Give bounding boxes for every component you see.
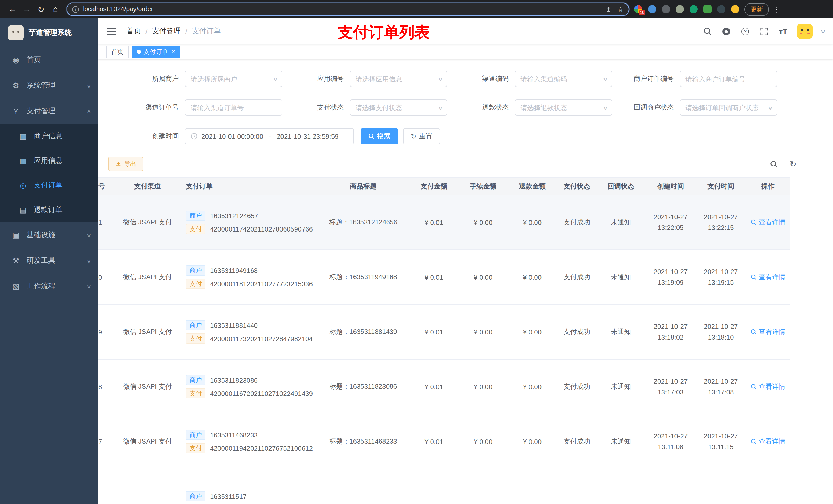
chevron-up-icon: ∧ bbox=[86, 108, 91, 114]
refund-doc-icon: ▤ bbox=[18, 206, 29, 214]
pay-status-select[interactable]: ∨ bbox=[350, 99, 447, 116]
view-detail-link[interactable]: 查看详情 bbox=[751, 218, 785, 227]
table-toolbar: 导出 ↻ bbox=[108, 157, 823, 171]
browser-update-button[interactable]: 更新 bbox=[744, 3, 769, 16]
sidebar-item-workflow[interactable]: ▧ 工作流程 ∨ bbox=[0, 273, 98, 299]
refund-status-select[interactable]: ∨ bbox=[515, 99, 612, 116]
filter-label: 回调商户状态 bbox=[626, 103, 680, 112]
chevron-down-icon: ∨ bbox=[767, 105, 773, 111]
channel-order-no-input[interactable] bbox=[191, 100, 269, 115]
browser-profile-avatar[interactable] bbox=[731, 5, 739, 13]
app-select-input[interactable] bbox=[356, 71, 434, 87]
channel-code-input[interactable] bbox=[521, 71, 599, 87]
extension-icon[interactable] bbox=[717, 5, 725, 13]
browser-menu-icon[interactable]: ⋮ bbox=[773, 5, 781, 13]
extension-icon[interactable] bbox=[662, 5, 670, 13]
extension-icon[interactable] bbox=[676, 5, 684, 13]
sidebar-item-merchant-info[interactable]: ▥ 商户信息 bbox=[0, 124, 98, 148]
close-icon[interactable]: × bbox=[172, 48, 175, 55]
merchant-order-no-input[interactable] bbox=[686, 71, 764, 87]
forward-icon[interactable]: → bbox=[20, 2, 34, 16]
table-row: 19 微信 JSAPI 支付 商户1635311881440 支付4200001… bbox=[98, 305, 790, 359]
reset-button[interactable]: ↻ 重置 bbox=[403, 128, 440, 144]
merchant-tag: 商户 bbox=[186, 375, 206, 385]
merchant-order-no-field[interactable] bbox=[680, 71, 777, 87]
col-pay-status: 支付状态 bbox=[557, 177, 597, 195]
extension-icon[interactable] bbox=[690, 5, 698, 13]
page-content: 所属商户 ∨ 应用编号 ∨ bbox=[98, 59, 833, 504]
tab-pay-order[interactable]: 支付订单 × bbox=[132, 45, 180, 58]
view-detail-link[interactable]: 查看详情 bbox=[751, 437, 785, 446]
tab-home[interactable]: 首页 bbox=[106, 45, 128, 58]
sidebar-item-system[interactable]: ⚙ 系统管理 ∨ bbox=[0, 73, 98, 98]
notify-status-select[interactable]: ∨ bbox=[680, 99, 777, 116]
home-icon[interactable]: ⌂ bbox=[48, 2, 63, 16]
pay-status-input[interactable] bbox=[356, 100, 434, 115]
col-channel: 支付渠道 bbox=[116, 177, 179, 195]
sidebar-logo: 芋道管理系统 bbox=[0, 19, 98, 47]
table-refresh-icon[interactable]: ↻ bbox=[789, 160, 797, 168]
app-grid-icon: ▦ bbox=[18, 157, 29, 165]
app-title: 芋道管理系统 bbox=[29, 28, 72, 38]
pay-order-icon: ◎ bbox=[18, 181, 29, 190]
sidebar-item-home[interactable]: ◉ 首页 bbox=[0, 47, 98, 73]
table-row: 17 微信 JSAPI 支付 商户1635311468233 支付4200001… bbox=[98, 414, 790, 469]
extension-icon[interactable]: 10 bbox=[634, 5, 642, 13]
url-text[interactable]: localhost:1024/pay/order bbox=[83, 6, 600, 13]
back-icon[interactable]: ← bbox=[5, 2, 20, 16]
reload-icon[interactable]: ↻ bbox=[34, 2, 48, 16]
merchant-select[interactable]: ∨ bbox=[185, 71, 282, 87]
table-search-icon[interactable] bbox=[769, 160, 778, 168]
fullscreen-icon[interactable] bbox=[759, 26, 769, 37]
channel-order-no-field[interactable] bbox=[185, 99, 282, 116]
col-pay-order: 支付订单 bbox=[179, 177, 317, 195]
breadcrumb-home[interactable]: 首页 bbox=[126, 27, 141, 36]
view-detail-link[interactable]: 查看详情 bbox=[751, 327, 785, 337]
merchant-select-input[interactable] bbox=[191, 71, 269, 87]
user-avatar[interactable] bbox=[797, 24, 812, 39]
col-notify-status: 回调状态 bbox=[597, 177, 645, 195]
hamburger-icon[interactable] bbox=[107, 31, 116, 32]
sidebar-item-app-info[interactable]: ▦ 应用信息 bbox=[0, 148, 98, 173]
date-start[interactable]: 2021-10-01 00:00:00 bbox=[201, 133, 263, 140]
yen-icon: ¥ bbox=[10, 107, 22, 116]
workflow-icon: ▧ bbox=[10, 282, 22, 291]
sidebar-item-payment[interactable]: ¥ 支付管理 ∧ bbox=[0, 98, 98, 124]
chevron-down-icon: ∨ bbox=[86, 83, 91, 88]
help-icon[interactable]: ? bbox=[740, 26, 750, 37]
pay-tag: 支付 bbox=[186, 224, 206, 234]
sidebar-item-pay-order[interactable]: ◎ 支付订单 bbox=[0, 173, 98, 198]
col-pay-time: 支付时间 bbox=[696, 177, 745, 195]
search-button[interactable]: 搜索 bbox=[361, 128, 398, 144]
tags-view-bar: 首页 支付订单 × bbox=[98, 44, 833, 59]
sidebar-item-refund-order[interactable]: ▤ 退款订单 bbox=[0, 198, 98, 222]
notify-status-input[interactable] bbox=[686, 100, 764, 115]
avatar-caret-icon[interactable]: ∨ bbox=[820, 28, 826, 34]
site-info-icon[interactable]: i bbox=[72, 6, 79, 13]
channel-code-select[interactable]: ∨ bbox=[515, 71, 612, 87]
merchant-tag: 商户 bbox=[186, 491, 206, 501]
refund-status-input[interactable] bbox=[521, 100, 599, 115]
breadcrumb-pay-mgmt[interactable]: 支付管理 bbox=[152, 27, 181, 36]
app-select[interactable]: ∨ bbox=[350, 71, 447, 87]
github-icon[interactable] bbox=[721, 26, 731, 37]
address-bar[interactable]: i localhost:1024/pay/order ↥ ☆ bbox=[67, 3, 629, 16]
sidebar-item-infra[interactable]: ▣ 基础设施 ∨ bbox=[0, 222, 98, 248]
extension-icon[interactable] bbox=[648, 5, 656, 13]
export-button[interactable]: 导出 bbox=[108, 157, 143, 171]
search-icon[interactable] bbox=[702, 26, 712, 37]
logo-avatar bbox=[8, 25, 24, 41]
sidebar-item-devtools[interactable]: ⚒ 研发工具 ∨ bbox=[0, 248, 98, 273]
bookmark-star-icon[interactable]: ☆ bbox=[618, 5, 623, 13]
extension-icon[interactable] bbox=[704, 5, 712, 13]
share-icon[interactable]: ↥ bbox=[606, 5, 612, 13]
gear-icon: ⚙ bbox=[10, 81, 22, 90]
tools-icon: ⚒ bbox=[10, 256, 22, 265]
merchant-tag: 商户 bbox=[186, 211, 206, 221]
view-detail-link[interactable]: 查看详情 bbox=[751, 272, 785, 282]
view-detail-link[interactable]: 查看详情 bbox=[751, 382, 785, 391]
col-title: 商品标题 bbox=[317, 177, 409, 195]
date-end[interactable]: 2021-10-31 23:59:59 bbox=[277, 133, 338, 140]
create-time-range-picker[interactable]: 2021-10-01 00:00:00 - 2021-10-31 23:59:5… bbox=[185, 128, 354, 144]
font-size-icon[interactable]: ᴛT bbox=[778, 26, 788, 37]
